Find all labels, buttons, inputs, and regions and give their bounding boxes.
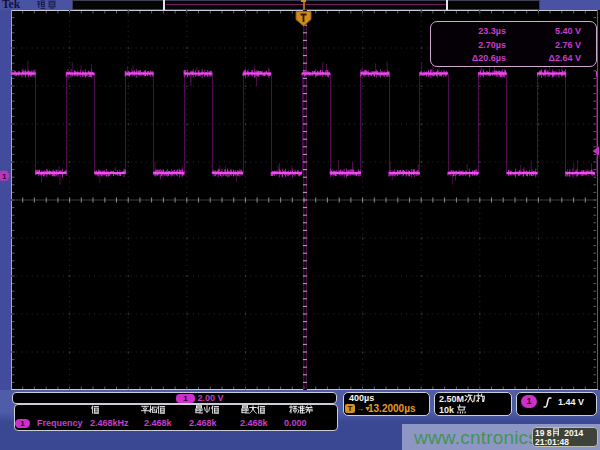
svg-text:1: 1 [2, 172, 7, 181]
